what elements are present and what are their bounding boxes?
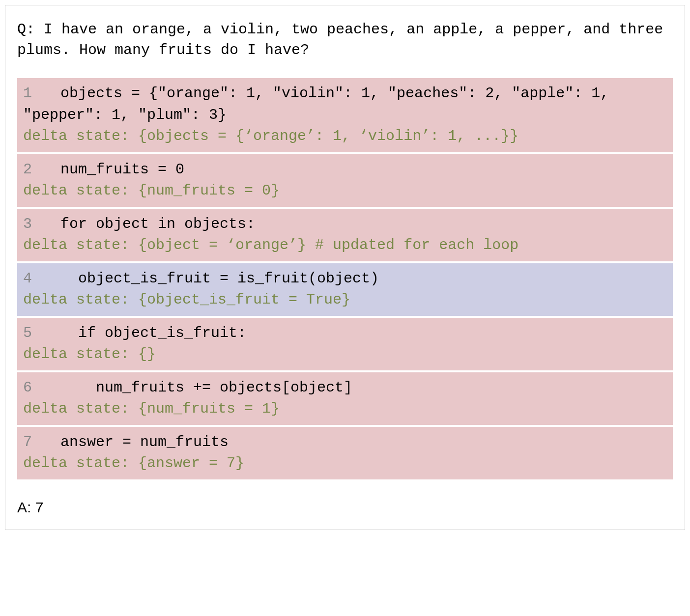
answer-label: A: [17, 499, 35, 515]
delta-state: delta state: {objects = {‘orange’: 1, ‘v… [23, 126, 667, 147]
code-block-7: 7 answer = num_fruitsdelta state: {answe… [17, 427, 673, 479]
delta-state: delta state: {object_is_fruit = True} [23, 289, 667, 311]
code-text: answer = num_fruits [43, 434, 229, 450]
line-number: 2 [23, 159, 43, 181]
code-line: 3 for object in objects: [23, 214, 667, 235]
line-number: 7 [23, 432, 43, 453]
line-number: 5 [23, 323, 43, 344]
code-line: 2 num_fruits = 0 [23, 159, 667, 181]
code-block-1: 1 objects = {"orange": 1, "violin": 1, "… [17, 78, 673, 152]
answer-value: 7 [35, 499, 44, 515]
delta-state: delta state: {num_fruits = 0} [23, 180, 667, 202]
line-number: 6 [23, 377, 43, 399]
code-block-2: 2 num_fruits = 0delta state: {num_fruits… [17, 154, 673, 207]
line-number: 3 [23, 214, 43, 235]
code-line: 7 answer = num_fruits [23, 432, 667, 453]
question-text: Q: I have an orange, a violin, two peach… [17, 19, 673, 60]
delta-state: delta state: {answer = 7} [23, 453, 667, 475]
code-text: object_is_fruit = is_fruit(object) [43, 270, 379, 287]
code-block-4: 4 object_is_fruit = is_fruit(object)delt… [17, 263, 673, 316]
code-line: 6 num_fruits += objects[object] [23, 377, 667, 399]
delta-state: delta state: {} [23, 344, 667, 365]
code-block-6: 6 num_fruits += objects[object]delta sta… [17, 372, 673, 425]
delta-state: delta state: {object = ‘orange’} # updat… [23, 235, 667, 256]
code-text: num_fruits += objects[object] [43, 379, 352, 396]
code-text: if object_is_fruit: [43, 325, 246, 341]
example-container: Q: I have an orange, a violin, two peach… [5, 5, 685, 530]
code-text: for object in objects: [43, 216, 255, 232]
code-text: objects = {"orange": 1, "violin": 1, "pe… [23, 85, 618, 123]
delta-state: delta state: {num_fruits = 1} [23, 398, 667, 420]
code-block-5: 5 if object_is_fruit:delta state: {} [17, 318, 673, 370]
code-block-3: 3 for object in objects:delta state: {ob… [17, 209, 673, 261]
code-line: 4 object_is_fruit = is_fruit(object) [23, 268, 667, 290]
code-blocks-list: 1 objects = {"orange": 1, "violin": 1, "… [17, 78, 673, 479]
code-text: num_fruits = 0 [43, 161, 184, 178]
answer-line: A: 7 [17, 499, 673, 516]
line-number: 4 [23, 268, 43, 290]
code-line: 5 if object_is_fruit: [23, 323, 667, 344]
line-number: 1 [23, 83, 43, 105]
code-line: 1 objects = {"orange": 1, "violin": 1, "… [23, 83, 667, 126]
